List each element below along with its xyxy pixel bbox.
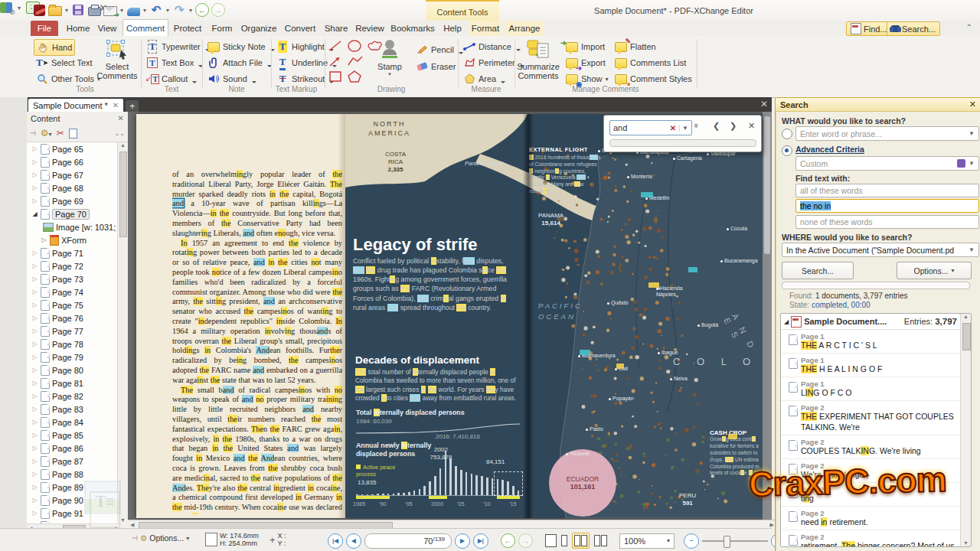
redo-caret-icon[interactable]: ▾ [189, 7, 192, 14]
import-comments-button[interactable]: ➔Import [564, 39, 607, 54]
tree-item[interactable]: ▷Page 65 [27, 142, 118, 155]
select-comments-button[interactable]: Select Comments [96, 37, 138, 85]
tree-item[interactable]: ▷Page 69 [27, 194, 118, 207]
advanced-criteria-link[interactable]: Advanced Criteria [795, 145, 864, 154]
eraser-button[interactable]: Eraser [413, 59, 458, 74]
collapse-ribbon-icon[interactable]: ⌃ [966, 23, 972, 31]
save-icon[interactable] [71, 3, 85, 17]
ribbon-tab-file[interactable]: File [31, 21, 58, 36]
copy-icon[interactable] [69, 129, 77, 139]
ribbon-tab-protect[interactable]: Protect [170, 21, 205, 36]
rectangle-tool-button[interactable] [328, 70, 343, 86]
find-previous-icon[interactable]: ❮ [713, 121, 720, 131]
open-caret-icon[interactable]: ▾ [65, 7, 68, 14]
document-tab[interactable]: Sample Document *✕ [28, 99, 123, 112]
results-scrollbar[interactable]: ▲▼ [960, 314, 971, 546]
polygon-tool-button[interactable] [346, 70, 363, 86]
tree-item[interactable]: Image [w: 1031; h [27, 220, 118, 233]
content-tree[interactable]: ▷Page 65▷Page 66▷Page 67▷Page 68▷Page 69… [27, 142, 119, 523]
summarize-comments-button[interactable]: Summarize Comments [516, 37, 560, 85]
where-select[interactable]: In the Active Document ("Sample Document… [782, 243, 979, 257]
highlight-button[interactable]: THighlight [274, 39, 336, 54]
two-page-layout-icon[interactable] [572, 533, 590, 549]
hand-tool-button[interactable]: Hand [34, 39, 75, 56]
laser-tool-icon[interactable] [126, 3, 140, 17]
any-words-input[interactable]: the no in [795, 199, 979, 213]
email-caret-icon[interactable]: ▾ [120, 7, 123, 14]
print-icon[interactable] [87, 3, 101, 17]
oval-tool-button[interactable] [346, 39, 363, 55]
last-page-button[interactable]: ▶| [473, 533, 488, 549]
save-preset-icon[interactable] [957, 159, 965, 168]
search-result-row[interactable]: Page 1LING O F C O [781, 377, 971, 401]
ribbon-tab-help[interactable]: Help [439, 21, 466, 36]
search-result-row[interactable]: Page 1THE A R C T I C ' S L [781, 330, 971, 354]
single-page-layout-icon[interactable] [545, 534, 557, 547]
find-button[interactable]: Find... [846, 21, 892, 36]
tree-item[interactable]: ▷Page 73 [27, 272, 118, 285]
ribbon-tab-convert[interactable]: Convert [282, 21, 318, 36]
preset-select[interactable]: Custom▼ [795, 156, 979, 171]
ribbon-tab-comment[interactable]: Comment [122, 19, 168, 37]
document-view[interactable]: of an overwhelmingly popular leader of t… [128, 112, 763, 520]
find-options-icon[interactable]: » [692, 123, 701, 128]
gear-icon[interactable]: ⚙▾ [41, 128, 52, 139]
tree-item[interactable]: ▷Page 71 [27, 246, 118, 259]
find-close-icon[interactable]: ✕ [748, 121, 755, 131]
distance-button[interactable]: Distance [461, 39, 523, 54]
tree-item[interactable]: ▷Page 87 [27, 455, 118, 468]
continuous-layout-icon[interactable] [560, 533, 569, 548]
collapse-all-icon[interactable]: ⌄⌄ [115, 130, 125, 137]
tree-item[interactable]: ▷Page 68 [27, 181, 118, 194]
next-page-button[interactable]: ▶ [455, 533, 470, 549]
find-next-icon[interactable]: ❯ [730, 121, 737, 131]
callout-button[interactable]: ↙TCallout [144, 71, 199, 86]
tree-item[interactable]: ▷Page 84 [27, 416, 118, 429]
comments-list-button[interactable]: Comments List [612, 55, 688, 70]
export-comments-button[interactable]: ➔Export [564, 55, 608, 70]
ribbon-tab-format[interactable]: Format [469, 21, 502, 36]
first-page-button[interactable]: |◀ [328, 533, 343, 549]
previous-page-button[interactable]: ◀ [346, 533, 361, 549]
tree-item[interactable]: ▷Page 78 [27, 337, 118, 350]
open-icon[interactable] [48, 3, 62, 17]
none-words-input[interactable]: none of these words [795, 215, 979, 229]
tree-item[interactable]: ▷Page 85 [27, 429, 118, 442]
word-radio[interactable] [782, 129, 792, 139]
doc-tab-close-icon[interactable]: ✕ [113, 101, 119, 109]
tree-item[interactable]: ▷Page 86 [27, 442, 118, 455]
ribbon-tab-view[interactable]: View [95, 21, 119, 36]
sticky-note-button[interactable]: Sticky Note [205, 39, 277, 54]
search-result-row[interactable]: Page 2retirement. The bigger concern? Mo… [781, 530, 971, 547]
tree-item[interactable]: ▷Page 75 [27, 298, 118, 311]
theme-caret-icon[interactable]: ▾ [18, 5, 21, 11]
ribbon-tab-arrange[interactable]: Arrange [505, 21, 544, 36]
search-button[interactable]: Search... [887, 21, 940, 36]
ribbon-tab-form[interactable]: Form [208, 21, 236, 36]
tree-item[interactable]: ▷Page 83 [27, 403, 118, 416]
redo-icon[interactable]: ↷ [172, 3, 186, 17]
email-icon[interactable] [103, 3, 117, 17]
zoom-slider[interactable] [702, 540, 768, 542]
tree-item[interactable]: ▷Page 81 [27, 377, 118, 390]
laser-caret-icon[interactable]: ▾ [143, 7, 146, 14]
ribbon-tab-review[interactable]: Review [354, 21, 386, 36]
ribbon-tab-bookmarks[interactable]: Bookmarks [389, 21, 436, 36]
show-comments-button[interactable]: ◉Show▾ [564, 71, 611, 86]
history-caret-icon[interactable]: ▼ [679, 125, 688, 132]
ribbon-tab-home[interactable]: Home [64, 21, 92, 36]
tree-item[interactable]: ▷Page 66 [27, 155, 118, 168]
all-words-input[interactable]: all of these words [795, 184, 979, 197]
tree-item[interactable]: ▷Page 79 [27, 350, 118, 364]
view-forward-button[interactable]: → [518, 533, 533, 548]
ui-theme-icon[interactable] [0, 2, 12, 13]
new-tab-button[interactable]: + [126, 100, 139, 112]
arrow-tool-button[interactable] [328, 54, 343, 70]
undo-icon[interactable]: ↶ [149, 3, 163, 17]
tree-item[interactable]: ▷Page 88 [27, 468, 118, 481]
select-text-button[interactable]: T➤Select Text [34, 55, 95, 70]
expander-icon[interactable]: ◢ [784, 318, 789, 325]
two-page-continuous-layout-icon[interactable] [593, 533, 609, 548]
tree-item[interactable]: ▷Page 76 [27, 311, 118, 324]
results-document-row[interactable]: ◢ Sample Document.... Entries: 3,797 [781, 314, 971, 330]
